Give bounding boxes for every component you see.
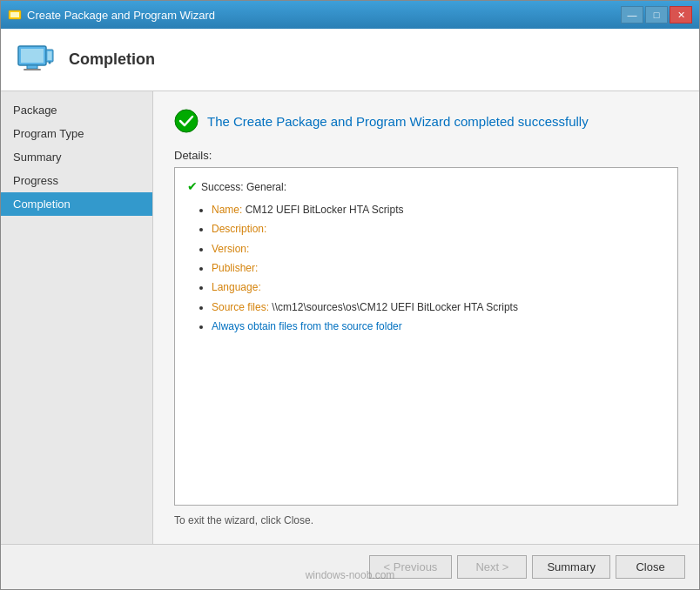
title-bar-controls: — □ ✕: [621, 6, 692, 23]
detail-name: Name: CM12 UEFI BitLocker HTA Scripts: [212, 201, 665, 218]
main-panel: The Create Package and Program Wizard co…: [153, 91, 699, 544]
maximize-button[interactable]: □: [645, 6, 668, 23]
detail-publisher: Publisher:: [212, 259, 665, 277]
details-list: Name: CM12 UEFI BitLocker HTA Scripts De…: [187, 201, 665, 336]
footer: < Previous Next > Summary Close: [1, 544, 699, 589]
details-label: Details:: [174, 149, 678, 162]
success-line: ✔ Success: General:: [187, 177, 665, 198]
svg-point-8: [49, 61, 51, 64]
close-button[interactable]: Close: [616, 555, 685, 579]
detail-source-files: Source files: \\cm12\sources\os\CM12 UEF…: [212, 298, 665, 316]
detail-description: Description:: [212, 220, 665, 238]
detail-version: Version:: [212, 240, 665, 258]
wizard-header: Completion: [1, 29, 699, 91]
exit-note: To exit the wizard, click Close.: [174, 514, 678, 526]
svg-rect-3: [21, 49, 44, 63]
window-close-button[interactable]: ✕: [670, 6, 692, 23]
next-button[interactable]: Next >: [457, 555, 527, 579]
window-icon: [8, 8, 22, 22]
detail-obtain-files: Always obtain files from the source fold…: [212, 318, 665, 335]
header-title: Completion: [69, 50, 155, 69]
title-bar: Create Package and Program Wizard — □ ✕: [1, 1, 699, 29]
content-area: Package Program Type Summary Progress Co…: [1, 91, 699, 544]
previous-button[interactable]: < Previous: [369, 555, 453, 579]
wizard-window: Create Package and Program Wizard — □ ✕ …: [0, 0, 700, 590]
success-icon: [174, 109, 199, 133]
details-box: ✔ Success: General: Name: CM12 UEFI BitL…: [174, 167, 678, 506]
check-icon: ✔: [187, 177, 198, 198]
title-bar-left: Create Package and Program Wizard: [8, 8, 215, 22]
summary-button[interactable]: Summary: [532, 555, 610, 579]
svg-rect-5: [24, 69, 41, 70]
minimize-button[interactable]: —: [621, 6, 643, 23]
success-header: The Create Package and Program Wizard co…: [174, 109, 678, 133]
sidebar: Package Program Type Summary Progress Co…: [1, 91, 153, 544]
svg-rect-4: [27, 65, 37, 69]
window-title: Create Package and Program Wizard: [27, 9, 215, 22]
sidebar-item-progress[interactable]: Progress: [1, 169, 152, 192]
success-message: The Create Package and Program Wizard co…: [207, 114, 589, 129]
sidebar-item-package[interactable]: Package: [1, 98, 152, 122]
sidebar-item-completion[interactable]: Completion: [1, 192, 152, 216]
detail-language: Language:: [212, 278, 665, 296]
svg-point-9: [175, 110, 198, 132]
header-icon: [15, 39, 57, 81]
sidebar-item-program-type[interactable]: Program Type: [1, 122, 152, 145]
svg-rect-1: [10, 12, 19, 17]
svg-rect-7: [48, 51, 52, 60]
sidebar-item-summary[interactable]: Summary: [1, 145, 152, 169]
